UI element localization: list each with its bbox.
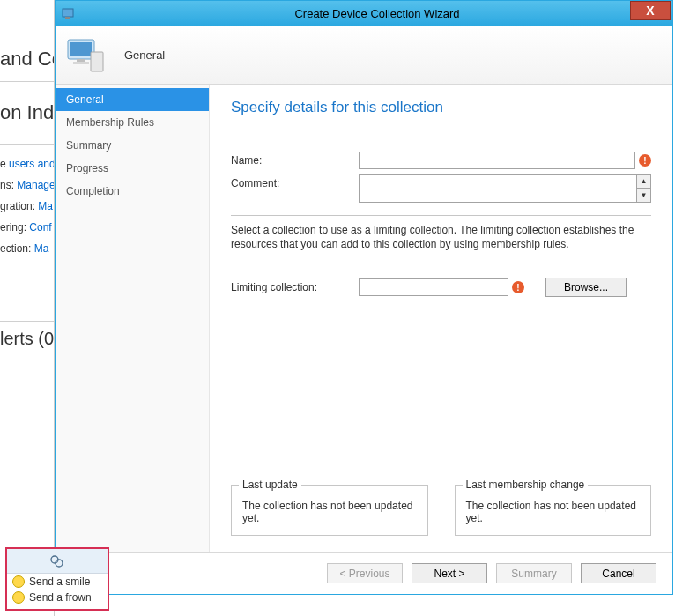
computer-icon: [64, 34, 107, 77]
cancel-button[interactable]: Cancel: [581, 563, 656, 583]
bg-line: e users and: [0, 153, 54, 174]
group-label: Last update: [239, 479, 301, 491]
validation-error-icon: !: [512, 281, 524, 293]
comment-spinner[interactable]: ▲ ▼: [637, 174, 651, 203]
limiting-input[interactable]: [359, 278, 508, 296]
background-window: and Co on Index e users and ns: Manage g…: [0, 0, 55, 616]
nav-summary[interactable]: Summary: [56, 134, 209, 157]
group-text: The collection has not been updated yet.: [466, 500, 641, 524]
bg-line: ns: Manage: [0, 174, 54, 196]
svg-rect-0: [63, 9, 73, 17]
spinner-up-icon[interactable]: ▲: [637, 174, 651, 189]
svg-rect-5: [77, 59, 85, 62]
group-label: Last membership change: [463, 479, 589, 491]
group-last-update: Last update The collection has not been …: [231, 485, 428, 536]
bg-line: gration: Ma: [0, 196, 54, 217]
summary-button: Summary: [496, 563, 572, 583]
send-smile[interactable]: Send a smile: [7, 574, 108, 590]
svg-rect-6: [73, 62, 89, 64]
next-button[interactable]: Next >: [412, 563, 487, 583]
group-text: The collection has not been updated yet.: [242, 500, 417, 524]
nav-general[interactable]: General: [56, 88, 209, 111]
wizard-nav: General Membership Rules Summary Progres…: [56, 85, 210, 552]
smile-icon: [12, 575, 25, 588]
feedback-label: Send a frown: [29, 591, 92, 604]
name-label: Name:: [231, 152, 359, 167]
comment-input[interactable]: [359, 174, 637, 203]
name-input[interactable]: [359, 152, 635, 169]
validation-error-icon: !: [639, 154, 651, 167]
send-frown[interactable]: Send a frown: [7, 590, 108, 605]
feedback-popup: Send a smile Send a frown: [5, 547, 109, 611]
svg-rect-3: [70, 42, 92, 56]
wizard-sysicon: [61, 6, 77, 22]
bg-line: ection: Ma: [0, 238, 54, 259]
close-button[interactable]: X: [630, 1, 671, 20]
bg-alerts: lerts (0): [0, 321, 54, 356]
header-text: General: [124, 48, 165, 62]
svg-rect-4: [91, 52, 103, 71]
wizard-page: Specify details for this collection Name…: [210, 85, 672, 552]
frown-icon: [12, 591, 25, 604]
comment-label: Comment:: [231, 174, 359, 189]
group-last-membership-change: Last membership change The collection ha…: [455, 485, 652, 536]
spinner-down-icon[interactable]: ▼: [637, 189, 651, 203]
nav-progress[interactable]: Progress: [56, 157, 209, 180]
nav-membership-rules[interactable]: Membership Rules: [56, 111, 209, 134]
wizard-header: General: [56, 26, 672, 85]
browse-button[interactable]: Browse...: [545, 278, 627, 297]
feedback-label: Send a smile: [29, 575, 90, 588]
wizard-window: Create Device Collection Wizard X Genera…: [55, 0, 673, 595]
bg-line: ering: Conf: [0, 217, 54, 238]
feedback-icon: [49, 553, 65, 569]
limiting-label: Limiting collection:: [231, 281, 359, 293]
help-text: Select a collection to use as a limiting…: [231, 223, 651, 251]
bg-subheading: on Index: [0, 82, 54, 145]
divider: [231, 215, 651, 216]
window-title: Create Device Collection Wizard: [82, 7, 672, 20]
svg-rect-1: [65, 17, 70, 19]
feedback-toolbar-icon[interactable]: [7, 549, 108, 574]
titlebar[interactable]: Create Device Collection Wizard X: [56, 1, 672, 26]
bg-heading: and Co: [0, 42, 54, 82]
dialog-buttons: < Previous Next > Summary Cancel: [56, 552, 672, 594]
page-heading: Specify details for this collection: [231, 99, 651, 116]
previous-button: < Previous: [327, 563, 403, 583]
nav-completion[interactable]: Completion: [56, 180, 209, 203]
